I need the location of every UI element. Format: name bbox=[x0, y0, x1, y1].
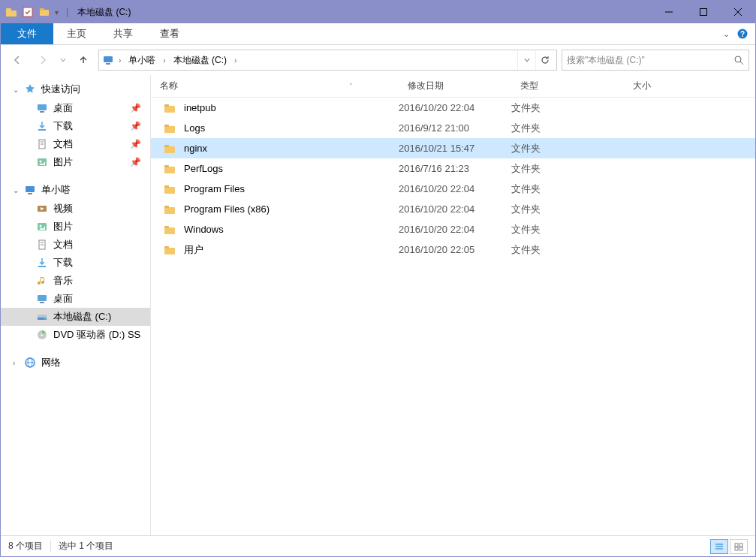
file-date: 2016/7/16 21:23 bbox=[399, 163, 511, 174]
file-date: 2016/10/20 22:04 bbox=[399, 183, 511, 194]
user-root-label: 单小嗒 bbox=[41, 183, 71, 197]
file-type: 文件夹 bbox=[511, 203, 624, 216]
tree-network[interactable]: › 网络 bbox=[1, 353, 150, 372]
qat-dropdown-icon[interactable]: ▾ bbox=[55, 8, 59, 17]
tree-user-root[interactable]: ⌄ 单小嗒 bbox=[1, 180, 150, 200]
sidebar-user-item[interactable]: 本地磁盘 (C:) bbox=[1, 308, 150, 326]
svg-rect-55 bbox=[164, 226, 169, 228]
svg-rect-0 bbox=[6, 11, 17, 17]
svg-rect-63 bbox=[735, 547, 738, 550]
breadcrumb[interactable]: › 单小嗒 › 本地磁盘 (C:) › bbox=[98, 50, 557, 71]
status-bar: 8 个项目 选中 1 个项目 bbox=[1, 535, 755, 556]
tab-view[interactable]: 查看 bbox=[146, 23, 193, 44]
tab-file[interactable]: 文件 bbox=[1, 23, 53, 44]
refresh-button[interactable] bbox=[535, 50, 553, 70]
file-name: Program Files (x86) bbox=[184, 203, 270, 215]
column-type[interactable]: 类型 bbox=[511, 75, 624, 97]
table-row[interactable]: 用户2016/10/20 22:05文件夹 bbox=[151, 239, 755, 260]
svg-rect-51 bbox=[164, 185, 169, 188]
folder-icon bbox=[163, 203, 176, 216]
table-row[interactable]: Program Files (x86)2016/10/20 22:04文件夹 bbox=[151, 199, 755, 219]
qat-properties-icon[interactable] bbox=[22, 6, 34, 18]
sidebar-quick-item[interactable]: 图片📌 bbox=[1, 153, 150, 171]
table-row[interactable]: PerfLogs2016/7/16 21:23文件夹 bbox=[151, 158, 755, 179]
nav-forward-button[interactable] bbox=[32, 50, 53, 71]
titlebar: ▾ | 本地磁盘 (C:) bbox=[1, 1, 755, 23]
sidebar-user-item[interactable]: 图片 bbox=[1, 218, 150, 236]
svg-line-14 bbox=[740, 62, 743, 65]
view-icons-button[interactable] bbox=[730, 539, 748, 554]
svg-rect-33 bbox=[40, 302, 44, 303]
file-pane: 名称 ˄ 修改日期 类型 大小 inetpub2016/10/20 22:04文… bbox=[151, 75, 755, 535]
nav-recent-dropdown[interactable] bbox=[58, 50, 68, 71]
view-details-button[interactable] bbox=[710, 539, 728, 554]
table-row[interactable]: Program Files2016/10/20 22:04文件夹 bbox=[151, 179, 755, 199]
nav-row: › 单小嗒 › 本地磁盘 (C:) › bbox=[1, 45, 755, 75]
drive-icon bbox=[35, 310, 49, 324]
file-type: 文件夹 bbox=[511, 142, 624, 155]
sidebar-user-item[interactable]: 文档 bbox=[1, 236, 150, 254]
svg-point-36 bbox=[44, 318, 46, 320]
sidebar-item-label: 下载 bbox=[53, 256, 73, 269]
svg-rect-47 bbox=[164, 145, 169, 147]
sidebar-user-item[interactable]: DVD 驱动器 (D:) SS bbox=[1, 326, 150, 344]
folder-icon bbox=[163, 162, 176, 176]
status-item-count: 8 个项目 bbox=[8, 540, 43, 552]
search-icon[interactable] bbox=[733, 55, 744, 65]
pc-icon bbox=[102, 54, 114, 66]
maximize-button[interactable] bbox=[686, 1, 721, 23]
svg-rect-53 bbox=[164, 206, 169, 208]
sidebar-quick-item[interactable]: 下载📌 bbox=[1, 117, 150, 135]
ribbon: 文件 主页 共享 查看 ⌄ ? bbox=[1, 23, 755, 45]
sidebar-user-item[interactable]: 视频 bbox=[1, 200, 150, 218]
tree-quick-access[interactable]: ⌄ 快速访问 bbox=[1, 80, 150, 99]
breadcrumb-dropdown[interactable] bbox=[517, 50, 535, 70]
network-icon bbox=[23, 356, 37, 369]
qat-folder-icon[interactable] bbox=[38, 6, 50, 18]
sidebar-item-label: 图片 bbox=[53, 220, 73, 233]
sidebar-quick-item[interactable]: 文档📌 bbox=[1, 135, 150, 153]
breadcrumb-user[interactable]: 单小嗒 bbox=[124, 54, 160, 67]
doc-icon bbox=[35, 238, 49, 251]
sidebar-quick-item[interactable]: 桌面📌 bbox=[1, 99, 150, 117]
sort-caret-icon: ˄ bbox=[349, 83, 353, 90]
folder-icon bbox=[163, 101, 176, 115]
table-row[interactable]: Logs2016/9/12 21:00文件夹 bbox=[151, 118, 755, 138]
nav-up-button[interactable] bbox=[73, 50, 94, 71]
tab-home[interactable]: 主页 bbox=[53, 23, 100, 44]
file-name: nginx bbox=[184, 143, 207, 154]
table-row[interactable]: inetpub2016/10/20 22:04文件夹 bbox=[151, 98, 755, 118]
breadcrumb-drive[interactable]: 本地磁盘 (C:) bbox=[169, 54, 231, 67]
sidebar-user-item[interactable]: 下载 bbox=[1, 254, 150, 272]
file-name: PerfLogs bbox=[184, 163, 223, 174]
svg-rect-11 bbox=[104, 56, 113, 62]
column-date[interactable]: 修改日期 bbox=[399, 75, 511, 97]
pin-icon: 📌 bbox=[130, 103, 141, 113]
chevron-right-icon[interactable]: › bbox=[231, 56, 239, 65]
sidebar-user-item[interactable]: 桌面 bbox=[1, 290, 150, 308]
ribbon-expand-icon[interactable]: ⌄ bbox=[723, 29, 730, 39]
column-name[interactable]: 名称 ˄ bbox=[151, 75, 399, 97]
search-box[interactable] bbox=[562, 50, 749, 71]
column-size[interactable]: 大小 bbox=[624, 75, 755, 97]
minimize-button[interactable] bbox=[652, 1, 686, 23]
close-button[interactable] bbox=[721, 1, 755, 23]
folder-icon bbox=[163, 142, 176, 155]
table-row[interactable]: nginx2016/10/21 15:47文件夹 bbox=[151, 138, 755, 158]
search-input[interactable] bbox=[567, 55, 733, 65]
tab-share[interactable]: 共享 bbox=[100, 23, 146, 44]
nav-back-button[interactable] bbox=[7, 50, 28, 71]
status-selected-count: 选中 1 个项目 bbox=[59, 540, 113, 552]
file-type: 文件夹 bbox=[511, 182, 624, 196]
help-icon[interactable]: ? bbox=[737, 29, 748, 39]
table-row[interactable]: Windows2016/10/20 22:04文件夹 bbox=[151, 219, 755, 239]
svg-rect-49 bbox=[164, 165, 169, 167]
qat-separator: | bbox=[63, 7, 71, 17]
chevron-right-icon[interactable]: › bbox=[160, 56, 168, 65]
sidebar-user-item[interactable]: 音乐 bbox=[1, 272, 150, 290]
sidebar-item-label: 文档 bbox=[53, 238, 73, 251]
download-icon bbox=[35, 256, 49, 269]
file-date: 2016/10/20 22:04 bbox=[399, 102, 511, 113]
svg-rect-45 bbox=[164, 125, 169, 127]
chevron-right-icon[interactable]: › bbox=[116, 56, 124, 65]
